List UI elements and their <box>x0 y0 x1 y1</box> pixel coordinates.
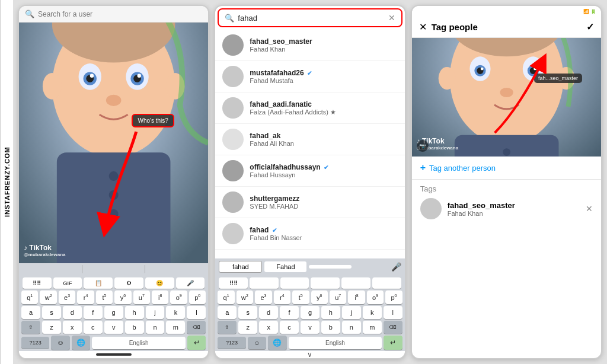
autocomplete-item-3[interactable] <box>309 265 351 269</box>
key-g-p2[interactable]: g <box>301 306 320 319</box>
result-item-5[interactable]: shuttergamezz SYED M.FAHAD <box>215 187 404 218</box>
mic-icon-phone2[interactable]: 🎤 <box>391 262 401 272</box>
key-v[interactable]: v <box>104 321 123 334</box>
key-i-p2[interactable]: i8 <box>348 290 365 304</box>
search-input-phone1[interactable] <box>38 10 202 18</box>
key-a[interactable]: a <box>21 306 40 319</box>
key-e-p2[interactable]: e3 <box>255 290 271 304</box>
key-shift-p2[interactable]: ⇧ <box>218 321 237 334</box>
key-g[interactable]: g <box>104 306 123 319</box>
key-h[interactable]: h <box>125 306 144 319</box>
key-d-p2[interactable]: d <box>259 306 278 319</box>
emoji-key-2[interactable]: ⠿⠿ <box>219 277 248 289</box>
sugg-item-2[interactable] <box>85 268 142 270</box>
key-m-p2[interactable]: m <box>363 321 382 334</box>
key-j-p2[interactable]: j <box>342 306 361 319</box>
key-y-p2[interactable]: y6 <box>311 290 328 304</box>
result-item-3[interactable]: fahad_ak Fahad Ali Khan <box>215 124 404 155</box>
sugg-item-1[interactable] <box>23 268 79 270</box>
autocomplete-item-1[interactable]: fahad <box>219 261 262 273</box>
sugg-item-3[interactable] <box>148 268 205 270</box>
emoji-face-key[interactable]: 😊 <box>145 277 174 289</box>
key-numbers-p2[interactable]: ?123 <box>218 337 245 349</box>
key-return-p2[interactable]: ↵ <box>384 336 402 350</box>
result-item-0[interactable]: fahad_seo_master Fahad Khan <box>215 30 404 61</box>
key-s[interactable]: s <box>42 306 61 319</box>
key-r-p2[interactable]: r4 <box>274 290 290 304</box>
key-p-p2[interactable]: p0 <box>385 290 402 304</box>
space-key-phone2[interactable]: English <box>289 337 382 349</box>
key-numbers[interactable]: ?123 <box>21 337 49 349</box>
key-h-p2[interactable]: h <box>321 306 340 319</box>
clipboard-key-2[interactable] <box>280 277 309 289</box>
key-c-p2[interactable]: c <box>280 321 299 334</box>
key-r[interactable]: r4 <box>77 290 94 304</box>
key-z[interactable]: z <box>42 321 61 334</box>
key-globe[interactable]: 🌐 <box>72 336 91 350</box>
key-l[interactable]: l <box>187 306 206 319</box>
key-u[interactable]: u7 <box>133 290 150 304</box>
key-emoji2[interactable]: ☺ <box>51 336 70 350</box>
key-backspace-p2[interactable]: ⌫ <box>384 321 402 334</box>
key-x[interactable]: x <box>63 321 82 334</box>
result-item-6[interactable]: fahad ✔ Fahad Bin Nasser <box>215 218 404 250</box>
key-p[interactable]: p0 <box>189 290 206 304</box>
key-k[interactable]: k <box>166 306 185 319</box>
key-return[interactable]: ↵ <box>187 336 206 350</box>
key-y[interactable]: y6 <box>114 290 131 304</box>
search-input-phone2[interactable] <box>238 14 384 23</box>
key-u-p2[interactable]: u7 <box>330 290 346 304</box>
key-v-p2[interactable]: v <box>301 321 320 334</box>
search-bar-phone2[interactable]: 🔍 ✕ <box>218 8 402 27</box>
result-item-2[interactable]: fahad_aadi.fanatic Falza (Aadi-Fahad Add… <box>215 92 404 124</box>
key-a-p2[interactable]: a <box>218 306 237 319</box>
gif-key[interactable]: GIF <box>53 277 82 289</box>
key-w[interactable]: w2 <box>40 290 56 304</box>
result-item-4[interactable]: officialfahadhussayn ✔ Fahad Hussayn <box>215 155 404 187</box>
key-shift[interactable]: ⇧ <box>21 321 40 334</box>
key-t[interactable]: t5 <box>96 290 113 304</box>
key-x-p2[interactable]: x <box>259 321 278 334</box>
clear-button-phone2[interactable]: ✕ <box>388 13 395 23</box>
key-o[interactable]: o9 <box>170 290 187 304</box>
key-d[interactable]: d <box>63 306 82 319</box>
key-n-p2[interactable]: n <box>342 321 361 334</box>
key-e[interactable]: e3 <box>59 290 75 304</box>
space-key-phone1[interactable]: English <box>92 337 186 349</box>
clipboard-key[interactable]: 📋 <box>84 277 113 289</box>
key-l-p2[interactable]: l <box>384 306 402 319</box>
settings-key[interactable]: ⚙ <box>114 277 143 289</box>
key-t-p2[interactable]: t5 <box>292 290 309 304</box>
tag-another-button[interactable]: + Tag another person <box>412 157 601 180</box>
key-w-p2[interactable]: w2 <box>237 290 253 304</box>
mic-key-2[interactable] <box>372 277 401 289</box>
key-i[interactable]: i8 <box>152 290 168 304</box>
key-q[interactable]: q1 <box>21 290 38 304</box>
gif-key-2[interactable] <box>250 277 279 289</box>
key-z-p2[interactable]: z <box>238 321 257 334</box>
key-emoji2-p2[interactable]: ☺ <box>248 337 267 349</box>
key-j[interactable]: j <box>146 306 165 319</box>
key-o-p2[interactable]: o9 <box>367 290 384 304</box>
key-f-p2[interactable]: f <box>280 306 299 319</box>
key-k-p2[interactable]: k <box>363 306 382 319</box>
close-button-phone3[interactable]: ✕ <box>419 21 427 33</box>
autocomplete-item-2[interactable]: Fahad <box>264 261 306 272</box>
key-backspace[interactable]: ⌫ <box>187 321 206 334</box>
key-globe-p2[interactable]: 🌐 <box>268 336 287 350</box>
mic-key[interactable]: 🎤 <box>176 277 205 289</box>
key-q-p2[interactable]: q1 <box>218 290 234 304</box>
key-b-p2[interactable]: b <box>321 321 340 334</box>
key-s-p2[interactable]: s <box>238 306 257 319</box>
key-m[interactable]: m <box>166 321 185 334</box>
check-button-phone3[interactable]: ✓ <box>586 21 594 33</box>
key-c[interactable]: c <box>84 321 103 334</box>
emoji-face-key-2[interactable] <box>341 277 370 289</box>
tag-remove-button-1[interactable]: ✕ <box>586 204 593 213</box>
key-f[interactable]: f <box>84 306 103 319</box>
emoji-key[interactable]: ⠿⠿ <box>23 277 52 289</box>
key-b[interactable]: b <box>125 321 144 334</box>
settings-key-2[interactable] <box>311 277 340 289</box>
result-item-1[interactable]: mustafafahad26 ✔ Fahad Mustafa <box>215 61 404 92</box>
key-n[interactable]: n <box>146 321 165 334</box>
